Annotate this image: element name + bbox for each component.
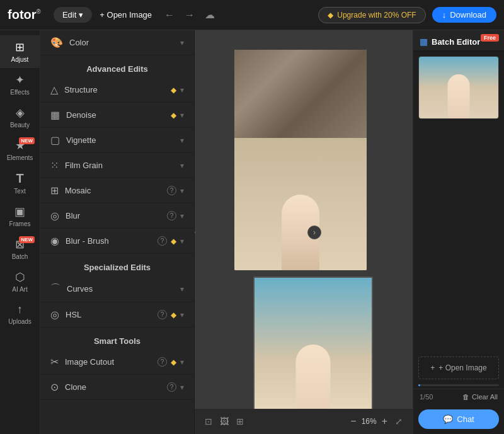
- hsl-chevron-icon: ▾: [180, 311, 184, 319]
- chat-button[interactable]: 💬 Chat: [418, 409, 499, 429]
- sidebar-icons: ⊞ Adjust ✦ Effects ◈ Beauty NEW ★ Elemen…: [0, 30, 40, 434]
- film-grain-item[interactable]: ⁙ Film Grain ▾: [40, 153, 194, 178]
- blur-brush-help-icon[interactable]: ?: [158, 236, 167, 246]
- adjust-icon: ⊞: [15, 40, 25, 54]
- download-icon: ↓: [442, 10, 447, 20]
- batch-progress-bar: [418, 384, 499, 386]
- clone-help-icon[interactable]: ?: [167, 382, 176, 392]
- beauty-icon: ◈: [16, 106, 25, 120]
- film-grain-chevron-icon: ▾: [180, 161, 184, 170]
- canvas-tool-icon-3[interactable]: ⊞: [236, 416, 244, 426]
- batch-image-item[interactable]: [418, 56, 499, 119]
- batch-open-image-button[interactable]: + + Open Image: [418, 357, 499, 379]
- cloud-button[interactable]: ☁: [202, 6, 217, 23]
- sidebar-item-uploads[interactable]: ↑ Uploads: [0, 298, 40, 330]
- app-logo: fotor®: [8, 8, 41, 22]
- curves-item[interactable]: ⌒ Curves ▾: [40, 276, 194, 302]
- curves-icon: ⌒: [50, 282, 60, 295]
- batch-editor-header: Free ▦ Batch Editor: [413, 30, 504, 51]
- sidebar-item-elements[interactable]: NEW ★ Elements: [0, 134, 40, 166]
- blur-help-icon[interactable]: ?: [167, 211, 176, 220]
- sidebar-item-text[interactable]: T Text: [0, 166, 40, 200]
- blur-icon: ◎: [50, 210, 59, 222]
- blur-brush-item[interactable]: ◉ Blur - Brush ? ◆ ▾: [40, 229, 194, 254]
- canvas-area: › ⊡ 🖼 ⊞ − 16% + ⤢ ›: [195, 30, 413, 434]
- open-image-button[interactable]: + Open Image: [100, 10, 152, 20]
- image-cutout-item[interactable]: ✂ Image Cutout ? ◆ ▾: [40, 350, 194, 375]
- batch-editor-title-row: ▦ Batch Editor: [420, 37, 480, 47]
- batch-editor-title: Batch Editor: [432, 37, 480, 47]
- batch-progress-fill: [418, 384, 420, 386]
- mosaic-icon: ⊞: [50, 185, 59, 197]
- free-badge: Free: [481, 34, 499, 42]
- edit-menu-button[interactable]: Edit ▾: [54, 7, 92, 23]
- hsl-item[interactable]: ◎ HSL ? ◆ ▾: [40, 302, 194, 328]
- clone-icon: ⊙: [50, 381, 59, 393]
- clear-all-button[interactable]: 🗑 Clear All: [462, 393, 498, 401]
- secondary-photo-inner: [255, 278, 372, 414]
- denoise-item[interactable]: ▦ Denoise ◆ ▾: [40, 103, 194, 128]
- mosaic-item[interactable]: ⊞ Mosaic ? ▾: [40, 178, 194, 203]
- text-icon: T: [16, 171, 23, 186]
- undo-button[interactable]: ←: [162, 7, 177, 23]
- batch-editor-icon: ▦: [420, 37, 428, 47]
- zoom-level-display: 16%: [362, 417, 377, 426]
- uploads-icon: ↑: [17, 303, 23, 316]
- blur-item[interactable]: ◎ Blur ? ▾: [40, 203, 194, 229]
- left-panel: 🎨 Color ▾ Advanced Edits △ Structure ◆ ▾…: [40, 30, 195, 434]
- batch-image-inner: [419, 57, 498, 118]
- color-item[interactable]: 🎨 Color ▾: [40, 30, 194, 55]
- chat-icon: 💬: [443, 414, 453, 424]
- denoise-chevron-icon: ▾: [180, 111, 184, 120]
- batch-footer: 1/50 🗑 Clear All: [413, 389, 504, 406]
- sidebar-item-adjust[interactable]: ⊞ Adjust: [0, 35, 40, 68]
- expand-canvas-button[interactable]: ⤢: [395, 416, 403, 426]
- structure-item[interactable]: △ Structure ◆ ▾: [40, 77, 194, 103]
- smart-tools-header: Smart Tools: [40, 328, 194, 350]
- canvas-content: [234, 50, 373, 415]
- sidebar-item-batch[interactable]: NEW ⊠ Batch: [0, 232, 40, 265]
- denoise-icon: ▦: [50, 109, 60, 121]
- advanced-edits-header: Advanced Edits: [40, 55, 194, 77]
- blur-brush-chevron-icon: ▾: [180, 237, 184, 246]
- image-cutout-chevron-icon: ▾: [180, 358, 184, 367]
- color-icon: 🎨: [50, 37, 63, 49]
- redo-button[interactable]: →: [182, 7, 197, 23]
- secondary-photo[interactable]: [253, 277, 373, 415]
- panel-toggle-arrow[interactable]: ›: [307, 226, 321, 239]
- batch-count: 1/50: [420, 393, 433, 401]
- plus-icon: +: [430, 363, 435, 372]
- download-button[interactable]: ↓ Download: [432, 7, 496, 23]
- premium-diamond-icon: ◆: [171, 86, 176, 94]
- clone-item[interactable]: ⊙ Clone ? ▾: [40, 375, 194, 400]
- trash-icon: 🗑: [462, 393, 469, 401]
- mosaic-help-icon[interactable]: ?: [167, 186, 176, 195]
- topbar: fotor® Edit ▾ + Open Image ← → ☁ ◆ Upgra…: [0, 0, 504, 30]
- sidebar-item-ai-art[interactable]: ⬡ AI Art: [0, 265, 40, 298]
- image-cutout-help-icon[interactable]: ?: [158, 357, 167, 367]
- mosaic-chevron-icon: ▾: [180, 186, 184, 195]
- vignette-chevron-icon: ▾: [180, 136, 184, 145]
- batch-images-list: [413, 51, 504, 351]
- blur-brush-icon: ◉: [50, 235, 59, 247]
- vignette-item[interactable]: ▢ Vignette ▾: [40, 128, 194, 153]
- canvas-tool-icon-2[interactable]: 🖼: [220, 416, 229, 426]
- hsl-icon: ◎: [50, 309, 59, 321]
- vignette-icon: ▢: [50, 134, 60, 146]
- zoom-increase-button[interactable]: +: [382, 416, 387, 427]
- zoom-decrease-button[interactable]: −: [350, 416, 356, 427]
- clone-chevron-icon: ▾: [180, 383, 184, 392]
- sidebar-item-effects[interactable]: ✦ Effects: [0, 68, 40, 101]
- nav-icons: ← → ☁: [162, 6, 217, 23]
- sidebar-item-frames[interactable]: ▣ Frames: [0, 200, 40, 232]
- upgrade-button[interactable]: ◆ Upgrade with 20% OFF: [318, 7, 425, 23]
- sidebar-item-beauty[interactable]: ◈ Beauty: [0, 101, 40, 134]
- new-badge-batch: NEW: [19, 236, 35, 243]
- collapse-panel-handle[interactable]: ›: [195, 220, 201, 245]
- structure-icon: △: [50, 84, 58, 96]
- canvas-tool-icon-1[interactable]: ⊡: [205, 416, 212, 426]
- premium-diamond-icon: ◆: [171, 111, 176, 120]
- hsl-help-icon[interactable]: ?: [158, 310, 167, 319]
- main-layout: ⊞ Adjust ✦ Effects ◈ Beauty NEW ★ Elemen…: [0, 30, 504, 434]
- frames-icon: ▣: [14, 205, 25, 219]
